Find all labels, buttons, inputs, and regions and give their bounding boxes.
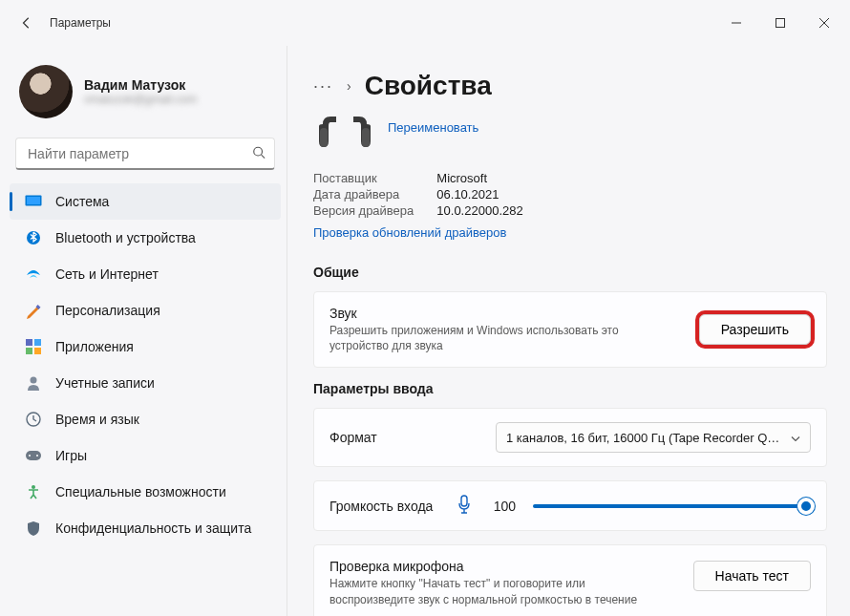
bluetooth-icon bbox=[25, 229, 42, 246]
sound-card-title: Звук bbox=[329, 306, 645, 321]
svg-rect-14 bbox=[26, 451, 41, 460]
allow-button[interactable]: Разрешить bbox=[699, 314, 811, 345]
sidebar-item-apps[interactable]: Приложения bbox=[10, 329, 281, 365]
sidebar-item-label: Учетные записи bbox=[55, 375, 155, 391]
divider bbox=[287, 46, 287, 616]
svg-rect-8 bbox=[26, 339, 32, 346]
sidebar-item-label: Bluetooth и устройства bbox=[55, 230, 196, 245]
app-title: Параметры bbox=[50, 16, 111, 30]
section-title-general: Общие bbox=[313, 265, 827, 280]
driver-version-value: 10.0.22000.282 bbox=[436, 202, 522, 219]
sidebar-item-network[interactable]: Сеть и Интернет bbox=[10, 256, 281, 292]
maximize-icon bbox=[775, 17, 786, 29]
minimize-icon bbox=[731, 17, 742, 29]
sidebar-item-accounts[interactable]: Учетные записи bbox=[10, 365, 281, 401]
breadcrumb: ··· › Свойства bbox=[313, 46, 827, 111]
start-test-button[interactable]: Начать тест bbox=[693, 561, 811, 591]
section-title-input-params: Параметры ввода bbox=[313, 381, 827, 396]
network-icon bbox=[25, 266, 42, 283]
sidebar-item-system[interactable]: Система bbox=[10, 183, 281, 220]
svg-rect-18 bbox=[320, 128, 328, 147]
format-label: Формат bbox=[329, 430, 377, 445]
apps-icon bbox=[25, 338, 42, 355]
mic-test-subtitle: Нажмите кнопку "Начать тест" и поговорит… bbox=[329, 576, 645, 606]
svg-rect-10 bbox=[26, 348, 32, 354]
privacy-icon bbox=[25, 520, 42, 537]
device-image bbox=[317, 115, 372, 157]
user-name: Вадим Матузок bbox=[84, 77, 197, 93]
maximize-button[interactable] bbox=[758, 8, 802, 38]
time-language-icon bbox=[25, 411, 42, 428]
mic-test-title: Проверка микрофона bbox=[329, 559, 680, 574]
sidebar-item-gaming[interactable]: Игры bbox=[10, 437, 281, 474]
input-volume-slider[interactable] bbox=[533, 497, 811, 516]
device-header: Переименовать bbox=[313, 111, 827, 170]
close-button[interactable] bbox=[802, 8, 846, 38]
check-driver-updates-link[interactable]: Проверка обновлений драйверов bbox=[313, 225, 506, 240]
svg-rect-1 bbox=[776, 19, 785, 28]
driver-version-label: Версия драйвера bbox=[313, 202, 436, 219]
sidebar-item-label: Сеть и Интернет bbox=[55, 266, 159, 282]
sidebar-item-label: Персонализация bbox=[55, 303, 160, 318]
main-content: ··· › Свойства Переименовать Поставщик M… bbox=[287, 46, 850, 616]
format-select-value: 1 каналов, 16 бит, 16000 Гц (Tape Record… bbox=[506, 431, 779, 445]
back-button[interactable] bbox=[15, 11, 38, 34]
sidebar-item-accessibility[interactable]: Специальные возможности bbox=[10, 474, 281, 510]
format-select[interactable]: 1 каналов, 16 бит, 16000 Гц (Tape Record… bbox=[496, 422, 811, 453]
mic-test-card: Проверка микрофона Нажмите кнопку "Начат… bbox=[313, 544, 827, 616]
avatar bbox=[19, 65, 73, 118]
rename-link[interactable]: Переименовать bbox=[388, 115, 478, 135]
arrow-left-icon bbox=[20, 16, 33, 30]
sidebar: Вадим Матузок vmatuzok@gmail.com Система… bbox=[0, 46, 287, 616]
svg-point-15 bbox=[29, 455, 31, 457]
sidebar-item-label: Игры bbox=[55, 448, 87, 463]
svg-rect-20 bbox=[461, 496, 467, 506]
accessibility-icon bbox=[25, 483, 42, 500]
format-card: Формат 1 каналов, 16 бит, 16000 Гц (Tape… bbox=[313, 408, 827, 467]
titlebar: Параметры bbox=[0, 0, 850, 46]
input-volume-label: Громкость входа bbox=[329, 499, 439, 514]
user-block[interactable]: Вадим Матузок vmatuzok@gmail.com bbox=[4, 53, 287, 134]
microphone-icon[interactable] bbox=[457, 495, 472, 517]
sidebar-item-label: Система bbox=[55, 194, 109, 209]
sidebar-item-label: Время и язык bbox=[55, 412, 139, 427]
supplier-value: Microsoft bbox=[436, 170, 522, 186]
nav: Система Bluetooth и устройства Сеть и Ин… bbox=[4, 183, 287, 546]
user-email: vmatuzok@gmail.com bbox=[84, 93, 197, 106]
search-wrap bbox=[15, 138, 275, 170]
search-input[interactable] bbox=[15, 138, 275, 170]
slider-thumb[interactable] bbox=[797, 498, 815, 515]
sidebar-item-label: Конфиденциальность и защита bbox=[55, 520, 251, 536]
personalization-icon bbox=[25, 302, 42, 319]
sidebar-item-privacy[interactable]: Конфиденциальность и защита bbox=[10, 510, 281, 546]
svg-point-16 bbox=[36, 455, 38, 457]
sidebar-item-label: Специальные возможности bbox=[55, 484, 226, 499]
chevron-down-icon bbox=[791, 431, 800, 445]
accounts-icon bbox=[25, 374, 42, 392]
breadcrumb-more[interactable]: ··· bbox=[313, 76, 333, 96]
minimize-button[interactable] bbox=[714, 8, 758, 38]
slider-track bbox=[533, 504, 811, 508]
svg-rect-19 bbox=[362, 128, 370, 147]
svg-rect-9 bbox=[34, 339, 41, 346]
svg-point-17 bbox=[32, 485, 35, 489]
svg-rect-5 bbox=[27, 197, 40, 204]
close-icon bbox=[818, 17, 830, 29]
chevron-right-icon: › bbox=[347, 78, 351, 94]
sidebar-item-time-language[interactable]: Время и язык bbox=[10, 401, 281, 437]
sound-card-subtitle: Разрешить приложениям и Windows использо… bbox=[329, 323, 645, 353]
supplier-label: Поставщик bbox=[313, 170, 436, 186]
window-controls bbox=[714, 8, 846, 38]
driver-date-label: Дата драйвера bbox=[313, 186, 436, 202]
sidebar-item-personalization[interactable]: Персонализация bbox=[10, 292, 281, 329]
driver-date-value: 06.10.2021 bbox=[436, 186, 522, 202]
sidebar-item-label: Приложения bbox=[55, 339, 134, 354]
sidebar-item-bluetooth[interactable]: Bluetooth и устройства bbox=[10, 220, 281, 256]
svg-rect-11 bbox=[34, 348, 41, 354]
system-icon bbox=[25, 193, 42, 210]
page-title: Свойства bbox=[365, 71, 492, 101]
input-volume-value: 100 bbox=[489, 499, 516, 514]
sound-permission-card: Звук Разрешить приложениям и Windows исп… bbox=[313, 291, 827, 368]
gaming-icon bbox=[25, 447, 42, 464]
svg-point-12 bbox=[31, 377, 37, 384]
